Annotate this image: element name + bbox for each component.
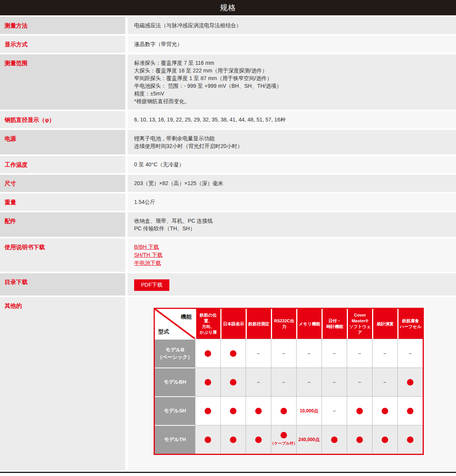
spec-value-line: *根据钢筋直径而变化。 — [134, 97, 448, 105]
feature-cell: – — [372, 368, 397, 396]
column-header-cover-master: Cover Master® ソフトウェア — [347, 309, 372, 339]
model-label: モデルBH — [155, 368, 195, 396]
column-header-rs232c: RS232C出力 — [271, 309, 296, 339]
feature-cell: – — [321, 368, 347, 396]
feature-dash: – — [308, 378, 311, 386]
spec-value-line: 大探头：覆盖厚度 18 至 222 mm（用于深度探测/选件） — [134, 67, 448, 74]
spec-row-accessories: 配件 收纳盒、颈带、耳机、PC 连接线 PC 传输软件（TH、SH） — [0, 212, 456, 237]
feature-dash: – — [384, 350, 387, 357]
column-header-statistics: 統計演算 — [372, 309, 397, 339]
feature-cell — [195, 396, 220, 425]
spec-value-line: 连续使用时间32小时（背光灯开启时20小时） — [134, 142, 448, 150]
spec-value-line: 精度：±5mV — [134, 90, 448, 97]
feature-cell: – — [246, 368, 271, 396]
spec-value: 機能 型式 鉄筋の位置、 方向、 かぶり厚 日本語表示 鉄筋径測定 RS232C… — [128, 297, 456, 470]
spec-row-manual-download: 使用说明书下载 B/BH 下载 SH/TH 下载 半电池下载 — [0, 238, 456, 272]
spec-value-line: PC 传输软件（TH、SH） — [134, 225, 448, 232]
feature-dot-icon — [382, 408, 388, 414]
page-title-bar: 规格 — [0, 0, 456, 15]
spec-label: 钢筋直径显示（φ） — [0, 111, 125, 128]
feature-cell — [372, 396, 397, 425]
feature-dash: – — [358, 350, 361, 357]
feature-dot-icon — [382, 437, 388, 443]
feature-cell: – — [347, 339, 372, 368]
column-header-rebar-position: 鉄筋の位置、 方向、 かぶり厚 — [195, 309, 220, 339]
feature-cell: – — [296, 339, 321, 368]
spec-row-power: 电源 锂离子电池，带剩余电量显示功能 连续使用时间32小时（背光灯开启时20小时… — [0, 130, 456, 154]
spec-value-line: 半电池探头： 范围：- 999 至 +999 mV（BH、SH、TH/选项） — [134, 82, 448, 90]
feature-dot-icon — [230, 437, 236, 443]
model-label: モデルSH — [155, 396, 195, 425]
spec-value: 203（宽）×82（高）×125（深）毫米 — [128, 175, 456, 192]
spec-value: 收纳盒、颈带、耳机、PC 连接线 PC 传输软件（TH、SH） — [128, 212, 456, 237]
model-row-th: モデルTH （ケーブル付） 240,000点 — [155, 425, 423, 454]
feature-cell: – — [296, 368, 321, 396]
feature-cell — [246, 425, 271, 454]
feature-dot-icon — [205, 437, 211, 443]
feature-dot-icon — [407, 437, 413, 443]
feature-cell — [397, 425, 423, 454]
spec-value-line: 0 至 40°C（无冷凝） — [134, 161, 448, 168]
feature-dash: – — [308, 350, 311, 357]
feature-dot-icon — [255, 408, 262, 414]
feature-dash: – — [282, 350, 285, 357]
spec-value-line: 收纳盒、颈带、耳机、PC 连接线 — [134, 217, 448, 225]
corner-label-model: 型式 — [158, 328, 169, 335]
column-header-date-clock: 日付・ 時計機能 — [321, 309, 347, 339]
spec-value: 电磁感应法（与脉冲感应涡流电导法相结合） — [128, 17, 456, 34]
spec-row-measure-method: 测量方法 电磁感应法（与脉冲感应涡流电导法相结合） — [0, 17, 456, 34]
spec-value: 液晶数字（带背光） — [128, 36, 456, 53]
feature-cell — [347, 396, 372, 425]
feature-dot-icon — [407, 379, 413, 386]
download-link-sh-th[interactable]: SH/TH 下载 — [134, 251, 162, 259]
model-feature-table: 機能 型式 鉄筋の位置、 方向、 かぶり厚 日本語表示 鉄筋径測定 RS232C… — [154, 308, 424, 455]
feature-cell: – — [246, 339, 271, 368]
spec-label: 电源 — [0, 130, 125, 154]
feature-cell — [246, 396, 271, 425]
feature-cell — [347, 425, 372, 454]
feature-dot-icon — [407, 408, 413, 414]
model-row-sh: モデルSH 10,000点 – — [155, 396, 423, 425]
feature-dot-icon — [280, 432, 287, 438]
spec-value: 0 至 40°C（无冷凝） — [128, 156, 456, 173]
spec-label: 使用说明书下载 — [0, 238, 125, 272]
feature-dash: – — [384, 378, 387, 386]
spec-label: 重量 — [0, 194, 125, 211]
feature-dash: – — [409, 350, 412, 357]
feature-cell: – — [321, 339, 347, 368]
spec-label: 尺寸 — [0, 175, 125, 192]
feature-cell — [397, 396, 423, 425]
feature-cell — [220, 368, 246, 396]
feature-dot-icon — [230, 350, 236, 357]
feature-dash: – — [358, 378, 361, 386]
feature-dot-icon — [230, 379, 236, 386]
spec-table: 测量方法 电磁感应法（与脉冲感应涡流电导法相结合） 显示方式 液晶数字（带背光）… — [0, 17, 456, 470]
spec-row-bar-diameter: 钢筋直径显示（φ） 6, 10, 13, 16, 19, 22, 25, 29,… — [0, 111, 456, 128]
feature-dot-icon — [205, 408, 211, 414]
feature-dash: – — [282, 378, 285, 386]
feature-cell — [220, 425, 246, 454]
download-link-half-cell[interactable]: 半电池下载 — [134, 259, 161, 267]
spec-label: 其他的 — [0, 297, 125, 470]
column-header-japanese-display: 日本語表示 — [220, 309, 246, 339]
feature-cell — [372, 425, 397, 454]
pdf-download-button[interactable]: PDF下载 — [134, 279, 169, 291]
feature-cell: – — [397, 339, 423, 368]
feature-cell — [195, 425, 220, 454]
spec-value-line: 1.54公斤 — [134, 198, 448, 206]
spec-value: 1.54公斤 — [128, 194, 456, 211]
spec-value: PDF下载 — [128, 273, 456, 295]
download-link-b-bh[interactable]: B/BH 下载 — [134, 243, 159, 251]
spec-row-dimensions: 尺寸 203（宽）×82（高）×125（深）毫米 — [0, 175, 456, 192]
feature-dash: – — [333, 350, 336, 357]
feature-dot-icon — [255, 437, 262, 443]
spec-value-line: 锂离子电池，带剩余电量显示功能 — [134, 135, 448, 142]
feature-cell: （ケーブル付） — [271, 425, 296, 454]
spec-label: 目录下载 — [0, 273, 125, 295]
feature-dot-icon — [280, 408, 287, 414]
corner-label-function: 機能 — [181, 313, 192, 320]
feature-cell — [397, 368, 423, 396]
feature-text: 10,000点 — [300, 407, 318, 415]
model-label: モデルB （ベーシック） — [155, 339, 195, 368]
feature-cell — [220, 339, 246, 368]
